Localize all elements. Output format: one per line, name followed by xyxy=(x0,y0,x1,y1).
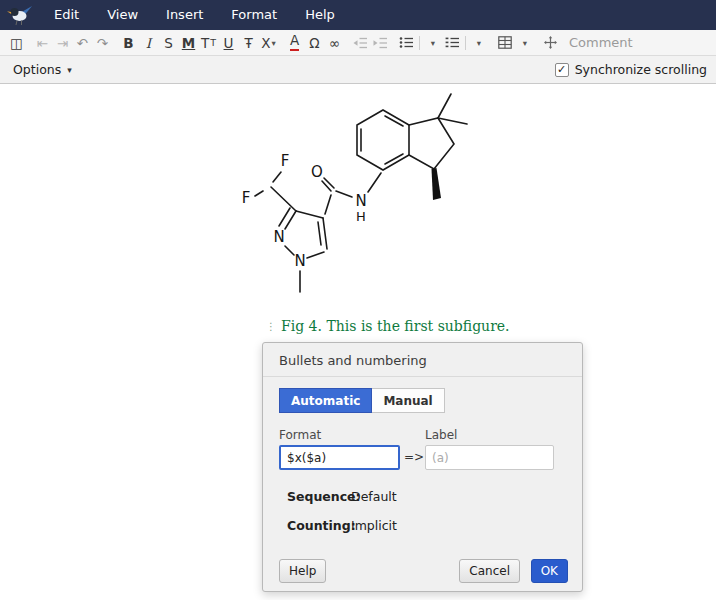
comment-button[interactable]: Comment xyxy=(569,35,633,50)
caption-drag-marker-icon[interactable]: ⋮ xyxy=(266,321,276,332)
chevron-down-icon: ▾ xyxy=(67,65,72,75)
figure-caption-text: Fig 4. This is the first subfigure. xyxy=(281,318,510,334)
label-input[interactable] xyxy=(425,445,554,470)
format-input[interactable] xyxy=(279,445,400,470)
dialog-tabs: Automatic Manual xyxy=(279,388,445,413)
options-dropdown-button[interactable]: Options ▾ xyxy=(9,60,76,79)
synchronize-scrolling-checkbox[interactable]: ✓ xyxy=(555,63,569,77)
go-last-icon[interactable]: ⇥ xyxy=(53,31,72,54)
maps-to-arrow: => xyxy=(404,450,424,464)
strikethrough-icon[interactable]: Ŧ xyxy=(239,31,258,54)
small-caps-icon[interactable]: TT xyxy=(199,31,218,54)
figure-caption: ⋮ Fig 4. This is the first subfigure. xyxy=(266,318,510,334)
label-field-label: Label xyxy=(425,428,457,442)
chevron-down-icon: ▾ xyxy=(477,38,481,48)
app-window: { "menubar": { "items": [ {"label": "Edi… xyxy=(0,0,716,600)
font-effects-dropdown[interactable]: X ▾ xyxy=(259,31,278,54)
underline-icon[interactable]: U xyxy=(219,31,238,54)
bullets-numbering-dialog: Bullets and numbering Automatic Manual F… xyxy=(262,342,583,592)
app-logo-bird-icon xyxy=(7,4,33,26)
bullet-list-dropdown[interactable]: ▾ xyxy=(423,31,442,54)
counting-value: Implicit xyxy=(351,518,397,533)
italic-icon[interactable]: I xyxy=(139,31,158,54)
indent-increase-icon[interactable] xyxy=(371,31,390,54)
numbered-list-dropdown[interactable]: ▾ xyxy=(469,31,488,54)
text-color-letter: A xyxy=(290,34,299,51)
options-bar: Options ▾ ✓ Synchronize scrolling xyxy=(0,56,716,84)
small-caps-small-letter: T xyxy=(210,37,216,48)
move-handle-icon[interactable] xyxy=(541,31,560,54)
chevron-down-icon: ▾ xyxy=(431,38,435,48)
chevron-down-icon: ▾ xyxy=(271,38,275,48)
tab-manual[interactable]: Manual xyxy=(372,388,444,413)
menu-view[interactable]: View xyxy=(93,0,152,30)
small-caps-large-letter: T xyxy=(201,35,209,51)
redo-icon[interactable]: ↷ xyxy=(93,31,112,54)
format-toolbar: ◫ ⇤ ⇥ ↶ ↷ B I S M TT U Ŧ X ▾ A Ω ∞ ▾ ▾ ▾ xyxy=(0,30,716,56)
dialog-title: Bullets and numbering xyxy=(279,353,427,368)
help-button[interactable]: Help xyxy=(279,559,326,583)
sans-serif-icon[interactable]: S xyxy=(159,31,178,54)
table-icon[interactable] xyxy=(495,31,514,54)
atom-fluorine-1: F xyxy=(281,152,290,170)
atom-pyrazole-nitrogen-1: N xyxy=(294,252,305,270)
atom-oxygen: O xyxy=(311,163,323,181)
options-label: Options xyxy=(13,62,61,77)
atom-pyrazole-nitrogen-2: N xyxy=(273,228,284,246)
counting-label: Counting: xyxy=(287,518,356,533)
synchronize-scrolling-label: Synchronize scrolling xyxy=(575,62,707,77)
menu-edit[interactable]: Edit xyxy=(40,0,93,30)
menu-help[interactable]: Help xyxy=(291,0,349,30)
font-effects-x-icon: X xyxy=(261,35,270,51)
atom-amide-nitrogen: N xyxy=(355,192,366,210)
link-icon[interactable]: ∞ xyxy=(325,31,344,54)
typewriter-icon[interactable]: M xyxy=(179,31,198,54)
numbered-list-icon[interactable] xyxy=(443,31,462,54)
go-first-icon[interactable]: ⇤ xyxy=(33,31,52,54)
indent-decrease-icon[interactable] xyxy=(351,31,370,54)
sequence-value: Default xyxy=(351,489,397,504)
molecule-figure: F F O N H N N xyxy=(0,84,716,320)
undo-icon[interactable]: ↶ xyxy=(73,31,92,54)
ok-button[interactable]: OK xyxy=(531,559,568,583)
atom-amide-hydrogen: H xyxy=(356,209,366,224)
symbol-palette-icon[interactable]: Ω xyxy=(305,31,324,54)
tab-automatic[interactable]: Automatic xyxy=(279,388,372,413)
bullet-list-icon[interactable] xyxy=(397,31,416,54)
wedge-bond xyxy=(432,168,442,200)
table-dropdown[interactable]: ▾ xyxy=(515,31,534,54)
toolbar-separator xyxy=(465,36,466,50)
format-field-label: Format xyxy=(279,428,321,442)
synchronize-scrolling-control: ✓ Synchronize scrolling xyxy=(555,62,707,77)
bold-icon[interactable]: B xyxy=(119,31,138,54)
dialog-title-separator xyxy=(263,376,582,377)
view-columns-icon[interactable]: ◫ xyxy=(7,31,26,54)
sequence-label: Sequence: xyxy=(287,489,361,504)
menu-insert[interactable]: Insert xyxy=(152,0,217,30)
toolbar-separator xyxy=(419,36,420,50)
menubar: Edit View Insert Format Help xyxy=(0,0,716,30)
cancel-button[interactable]: Cancel xyxy=(459,559,520,583)
text-color-icon[interactable]: A xyxy=(285,31,304,54)
menu-format[interactable]: Format xyxy=(217,0,291,30)
atom-fluorine-2: F xyxy=(242,189,251,207)
chevron-down-icon: ▾ xyxy=(523,38,527,48)
